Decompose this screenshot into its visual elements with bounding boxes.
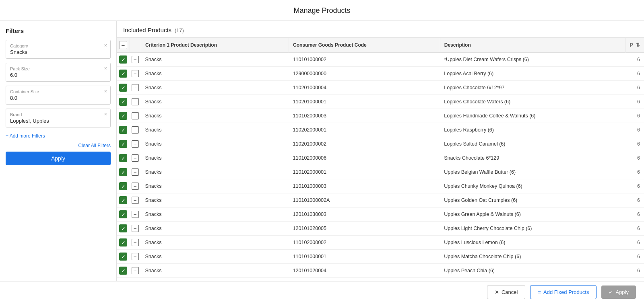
row-add-14[interactable]: + xyxy=(130,250,141,264)
row-checkbox-12[interactable]: ✓ xyxy=(117,222,130,236)
cancel-label: Cancel xyxy=(502,289,518,295)
filter-category-close[interactable]: × xyxy=(104,43,107,48)
row-p-11: 6 xyxy=(625,207,644,222)
filter-container-size-close[interactable]: × xyxy=(104,88,107,94)
row-p-13: 6 xyxy=(625,236,644,250)
th-code[interactable]: Consumer Goods Product Code xyxy=(289,38,440,53)
table-row: ✓ + Snacks 110202000001 Lopples Raspberr… xyxy=(117,123,644,137)
th-select-all[interactable]: − xyxy=(117,38,130,53)
row-checkbox-13[interactable]: ✓ xyxy=(117,236,130,250)
row-add-3[interactable]: + xyxy=(130,95,141,109)
table-row: ✓ + Snacks 110102000001 Upples Belgian W… xyxy=(117,165,644,179)
sidebar: Filters Category Snacks × Pack Size 6.0 … xyxy=(0,21,117,281)
row-checkbox-5[interactable]: ✓ xyxy=(117,123,130,137)
filter-category: Category Snacks × xyxy=(6,40,111,59)
filter-pack-size-close[interactable]: × xyxy=(104,66,107,71)
row-add-1[interactable]: + xyxy=(130,67,141,81)
row-checkbox-4[interactable]: ✓ xyxy=(117,109,130,123)
add-row-icon-6[interactable]: + xyxy=(132,140,139,148)
th-description[interactable]: Description xyxy=(440,38,625,53)
row-add-8[interactable]: + xyxy=(130,165,141,179)
add-row-icon-14[interactable]: + xyxy=(132,253,139,260)
check-icon-2: ✓ xyxy=(119,84,127,92)
add-row-icon-2[interactable]: + xyxy=(132,84,139,91)
add-row-icon-4[interactable]: + xyxy=(132,112,139,119)
add-row-icon-15[interactable]: + xyxy=(132,267,139,274)
row-checkbox-2[interactable]: ✓ xyxy=(117,81,130,95)
filter-brand-label: Brand xyxy=(10,112,106,117)
row-add-10[interactable]: + xyxy=(130,193,141,207)
deselect-all-icon[interactable]: − xyxy=(119,41,127,49)
add-row-icon-11[interactable]: + xyxy=(132,211,139,218)
row-add-13[interactable]: + xyxy=(130,236,141,250)
row-criterion-4: Snacks xyxy=(141,109,289,123)
row-description-2: Lopples Chocolate 6/12*97 xyxy=(440,81,625,95)
add-fixed-products-button[interactable]: ≡ Add Fixed Products xyxy=(530,285,597,299)
row-checkbox-3[interactable]: ✓ xyxy=(117,95,130,109)
add-row-icon-9[interactable]: + xyxy=(132,183,139,190)
row-add-9[interactable]: + xyxy=(130,179,141,193)
products-table-wrapper[interactable]: − Criterion 1 Product Description Consum… xyxy=(117,38,644,281)
th-p[interactable]: P ⇅ xyxy=(625,38,644,53)
row-code-11: 120101030003 xyxy=(289,207,440,222)
clear-all-filters[interactable]: Clear All Filters xyxy=(6,143,111,148)
filter-category-value: Snacks xyxy=(10,49,106,55)
footer-apply-button[interactable]: ✓ Apply xyxy=(601,286,636,299)
row-checkbox-6[interactable]: ✓ xyxy=(117,137,130,151)
sort-icon[interactable]: ⇅ xyxy=(636,42,640,48)
row-add-5[interactable]: + xyxy=(130,123,141,137)
check-icon-11: ✓ xyxy=(119,210,127,218)
table-row: ✓ + Snacks 110102000003 Lopples Handmade… xyxy=(117,109,644,123)
filter-container-size: Container Size 8.0 × xyxy=(6,86,111,105)
row-add-12[interactable]: + xyxy=(130,222,141,236)
filter-pack-size-label: Pack Size xyxy=(10,66,106,71)
add-row-icon-10[interactable]: + xyxy=(132,197,139,204)
add-row-icon-13[interactable]: + xyxy=(132,239,139,246)
filter-category-label: Category xyxy=(10,43,106,48)
th-criterion[interactable]: Criterion 1 Product Description xyxy=(141,38,289,53)
add-row-icon-8[interactable]: + xyxy=(132,168,139,176)
row-checkbox-11[interactable]: ✓ xyxy=(117,207,130,222)
cancel-button[interactable]: ✕ Cancel xyxy=(487,285,525,299)
row-code-3: 110201000001 xyxy=(289,95,440,109)
row-checkbox-8[interactable]: ✓ xyxy=(117,165,130,179)
row-description-9: Upples Chunky Monkey Quinoa (6) xyxy=(440,179,625,193)
row-checkbox-0[interactable]: ✓ xyxy=(117,53,130,67)
row-checkbox-14[interactable]: ✓ xyxy=(117,250,130,264)
row-add-6[interactable]: + xyxy=(130,137,141,151)
check-icon-12: ✓ xyxy=(119,224,127,232)
check-icon-13: ✓ xyxy=(119,238,127,246)
add-row-icon-7[interactable]: + xyxy=(132,154,139,162)
row-criterion-0: Snacks xyxy=(141,53,289,67)
row-criterion-3: Snacks xyxy=(141,95,289,109)
add-row-icon-1[interactable]: + xyxy=(132,70,139,77)
add-row-icon-12[interactable]: + xyxy=(132,225,139,232)
row-code-6: 110201000002 xyxy=(289,137,440,151)
row-add-7[interactable]: + xyxy=(130,151,141,165)
row-checkbox-9[interactable]: ✓ xyxy=(117,179,130,193)
row-add-0[interactable]: + xyxy=(130,53,141,67)
add-row-icon-5[interactable]: + xyxy=(132,126,139,134)
check-icon-0: ✓ xyxy=(119,55,127,64)
sidebar-apply-button[interactable]: Apply xyxy=(6,152,111,165)
filter-brand-close[interactable]: × xyxy=(104,111,107,117)
row-add-15[interactable]: + xyxy=(130,264,141,278)
row-checkbox-7[interactable]: ✓ xyxy=(117,151,130,165)
row-add-11[interactable]: + xyxy=(130,207,141,222)
row-checkbox-15[interactable]: ✓ xyxy=(117,264,130,278)
row-p-10: 6 xyxy=(625,193,644,207)
row-checkbox-1[interactable]: ✓ xyxy=(117,67,130,81)
row-add-4[interactable]: + xyxy=(130,109,141,123)
row-description-4: Lopples Handmade Coffee & Walnuts (6) xyxy=(440,109,625,123)
add-row-icon-3[interactable]: + xyxy=(132,98,139,105)
row-description-15: Upples Peach Chia (6) xyxy=(440,264,625,278)
row-code-1: 129000000000 xyxy=(289,67,440,81)
row-description-0: *Upples Diet Cream Wafers Crisps (6) xyxy=(440,53,625,67)
add-row-icon-0[interactable]: + xyxy=(132,56,139,63)
row-add-2[interactable]: + xyxy=(130,81,141,95)
apply-check-icon: ✓ xyxy=(609,289,613,295)
check-icon-9: ✓ xyxy=(119,182,127,190)
add-more-filters[interactable]: + Add more Filters xyxy=(6,133,111,139)
row-checkbox-10[interactable]: ✓ xyxy=(117,193,130,207)
page-title: Manage Products xyxy=(0,0,644,21)
